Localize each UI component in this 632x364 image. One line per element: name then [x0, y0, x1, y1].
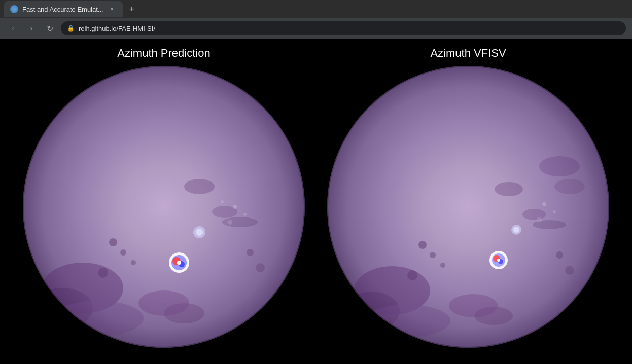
svg-point-27: [221, 200, 224, 203]
tab-title: Fast and Accurate Emulat...: [22, 6, 103, 13]
new-tab-button[interactable]: +: [125, 2, 139, 16]
svg-point-23: [196, 229, 203, 236]
forward-button[interactable]: ›: [24, 21, 39, 35]
svg-point-16: [256, 263, 265, 272]
svg-point-43: [430, 252, 436, 258]
tab-favicon: [10, 5, 18, 13]
svg-point-14: [131, 260, 136, 265]
address-text: relh.github.io/FAE-HMI-SI/: [79, 25, 155, 32]
svg-point-57: [537, 217, 542, 222]
svg-point-24: [233, 205, 237, 209]
browser-chrome: Fast and Accurate Emulat... × + ‹ › ↻ 🔒 …: [0, 0, 632, 39]
svg-point-47: [565, 266, 574, 275]
svg-point-41: [554, 179, 585, 194]
svg-point-8: [184, 179, 215, 194]
svg-point-11: [109, 238, 117, 246]
svg-point-54: [513, 227, 519, 233]
right-panel: Azimuth VFISV: [326, 47, 610, 349]
svg-point-56: [553, 210, 556, 213]
right-solar-svg: [326, 65, 610, 349]
svg-point-36: [474, 307, 513, 325]
svg-point-38: [522, 209, 546, 220]
active-tab[interactable]: Fast and Accurate Emulat... ×: [4, 1, 123, 17]
svg-point-44: [407, 270, 417, 280]
svg-point-42: [418, 241, 427, 249]
address-bar[interactable]: 🔒 relh.github.io/FAE-HMI-SI/: [61, 21, 626, 35]
left-solar-image: [22, 65, 306, 349]
right-solar-image: [326, 65, 610, 349]
page-content: Azimuth Prediction: [0, 39, 632, 364]
left-panel-title: Azimuth Prediction: [117, 47, 210, 60]
svg-point-40: [539, 156, 580, 176]
tab-bar: Fast and Accurate Emulat... × +: [0, 0, 632, 18]
back-button[interactable]: ‹: [6, 21, 20, 35]
svg-point-55: [542, 202, 546, 206]
svg-point-34: [364, 305, 450, 337]
left-solar-svg: [22, 65, 306, 349]
svg-point-21: [177, 261, 181, 265]
right-panel-title: Azimuth VFISV: [430, 47, 506, 60]
svg-point-13: [98, 268, 108, 278]
lock-icon: 🔒: [67, 25, 75, 32]
tab-close-button[interactable]: ×: [108, 5, 117, 14]
nav-bar: ‹ › ↻ 🔒 relh.github.io/FAE-HMI-SI/: [0, 18, 632, 39]
left-panel: Azimuth Prediction: [22, 47, 306, 349]
images-container: Azimuth Prediction: [0, 47, 632, 349]
svg-point-52: [497, 259, 500, 262]
svg-point-45: [440, 263, 445, 268]
svg-point-37: [495, 182, 523, 196]
refresh-button[interactable]: ↻: [43, 21, 57, 35]
svg-point-46: [556, 251, 563, 259]
svg-point-26: [227, 220, 232, 225]
svg-point-7: [164, 303, 204, 323]
svg-point-12: [120, 249, 126, 256]
svg-point-25: [243, 213, 247, 216]
svg-point-15: [247, 249, 254, 256]
